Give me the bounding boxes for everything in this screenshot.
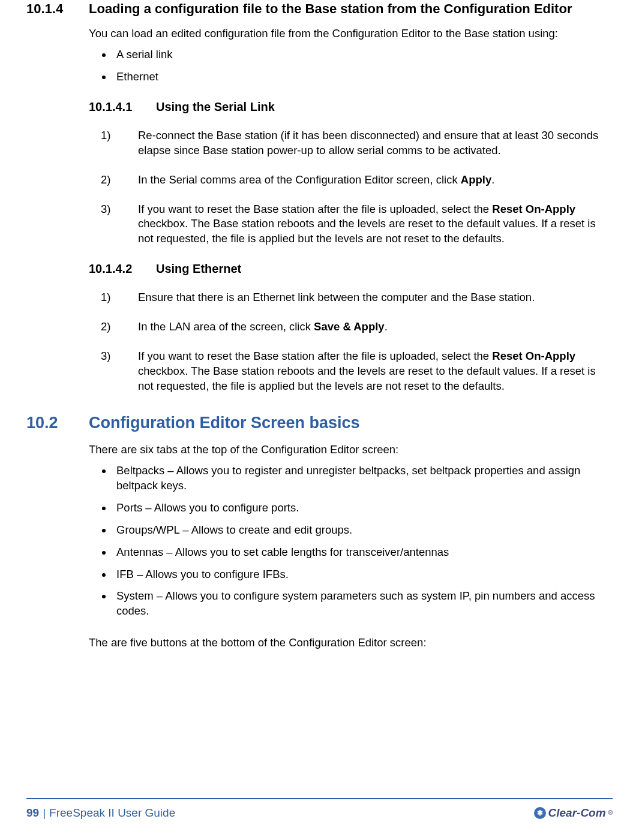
tabs-list: Beltpacks – Allows you to register and u… (113, 463, 613, 619)
step-item: 3) If you want to reset the Base station… (101, 349, 613, 394)
footer-separator: | (43, 805, 46, 821)
step-text: If you want to reset the Base station af… (138, 202, 613, 247)
step-item: 1) Re-connect the Base station (if it ha… (101, 128, 613, 158)
closing-paragraph: The are five buttons at the bottom of th… (89, 636, 613, 651)
step-text: Ensure that there is an Ethernet link be… (138, 290, 613, 305)
step-item: 1) Ensure that there is an Ethernet link… (101, 290, 613, 305)
step-item: 2) In the LAN area of the screen, click … (101, 320, 613, 335)
step-number: 3) (101, 202, 138, 247)
list-item: Beltpacks – Allows you to register and u… (113, 463, 613, 493)
list-item: System – Allows you to configure system … (113, 589, 613, 619)
page-footer: 99 | FreeSpeak II User Guide ✱ Clear-Com… (26, 798, 613, 821)
brand-logo: ✱ Clear-Com® (534, 805, 613, 821)
apply-label: Apply (461, 173, 491, 186)
step-text: Re-connect the Base station (if it has b… (138, 128, 613, 158)
step-number: 2) (101, 320, 138, 335)
step-item: 2) In the Serial comms area of the Confi… (101, 173, 613, 188)
heading-10-1-4-2: 10.1.4.2 Using Ethernet (89, 261, 613, 277)
serial-steps: 1) Re-connect the Base station (if it ha… (101, 128, 613, 247)
footer-left: 99 | FreeSpeak II User Guide (26, 805, 175, 821)
reset-on-apply-label: Reset On-Apply (492, 203, 575, 215)
heading-title: Using Ethernet (156, 261, 241, 277)
registered-icon: ® (608, 809, 613, 817)
list-item: A serial link (113, 47, 613, 62)
heading-number: 10.2 (26, 412, 89, 433)
doc-title: FreeSpeak II User Guide (49, 805, 175, 821)
heading-title: Loading a configuration file to the Base… (89, 0, 613, 18)
heading-number: 10.1.4.2 (89, 261, 156, 277)
globe-icon: ✱ (534, 807, 546, 819)
step-number: 1) (101, 128, 138, 158)
step-number: 3) (101, 349, 138, 394)
brand-name: Clear-Com (548, 805, 606, 821)
step-number: 1) (101, 290, 138, 305)
intro-paragraph: There are six tabs at the top of the Con… (89, 442, 613, 457)
heading-title: Using the Serial Link (156, 99, 275, 115)
step-number: 2) (101, 173, 138, 188)
list-item: Ports – Allows you to configure ports. (113, 501, 613, 516)
page-number: 99 (26, 805, 39, 821)
step-text: In the Serial comms area of the Configur… (138, 173, 613, 188)
step-item: 3) If you want to reset the Base station… (101, 202, 613, 247)
step-text: In the LAN area of the screen, click Sav… (138, 320, 613, 335)
list-item: Groups/WPL – Allows to create and edit g… (113, 523, 613, 538)
step-text: If you want to reset the Base station af… (138, 349, 613, 394)
ethernet-steps: 1) Ensure that there is an Ethernet link… (101, 290, 613, 394)
load-methods-list: A serial link Ethernet (113, 47, 613, 85)
heading-10-2: 10.2 Configuration Editor Screen basics (26, 412, 613, 433)
reset-on-apply-label: Reset On-Apply (492, 350, 575, 362)
list-item: IFB – Allows you to configure IFBs. (113, 567, 613, 582)
heading-10-1-4: 10.1.4 Loading a configuration file to t… (26, 0, 613, 18)
intro-paragraph: You can load an edited configuration fil… (89, 26, 613, 41)
heading-title: Configuration Editor Screen basics (89, 412, 360, 433)
heading-10-1-4-1: 10.1.4.1 Using the Serial Link (89, 99, 613, 115)
list-item: Antennas – Allows you to set cable lengt… (113, 545, 613, 560)
save-apply-label: Save & Apply (314, 320, 385, 333)
heading-number: 10.1.4.1 (89, 99, 156, 115)
heading-number: 10.1.4 (26, 0, 89, 18)
list-item: Ethernet (113, 70, 613, 85)
